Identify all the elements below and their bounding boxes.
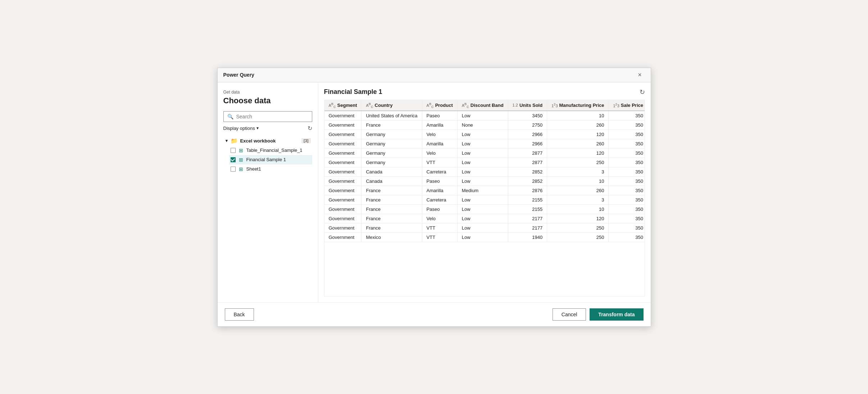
collapse-triangle-icon: ▼ — [225, 139, 229, 143]
excel-workbook-count: [3] — [301, 138, 310, 143]
table-cell: Carretera — [422, 195, 457, 205]
table-row: GovernmentFranceVeloLow21771203507619503… — [324, 214, 645, 223]
table-icon-3: ⊞ — [238, 166, 244, 172]
table-cell: 1940 — [508, 233, 547, 242]
table-cell: 350 — [609, 121, 645, 130]
table-cell: Government — [324, 158, 362, 167]
right-panel: Financial Sample 1 ↻ ABC Segment — [318, 82, 651, 302]
table-row: GovernmentUnited States of AmericaPaseoL… — [324, 111, 645, 121]
table-row: GovernmentGermanyVeloLow2966120350103810… — [324, 130, 645, 139]
table-cell: Canada — [362, 177, 422, 186]
col-header-country: ABC Country — [362, 100, 422, 111]
table-cell: United States of America — [362, 111, 422, 121]
table-row: GovernmentGermanyVeloLow2877120350100695… — [324, 149, 645, 158]
table-cell: 120 — [547, 130, 609, 139]
table-cell: Low — [457, 158, 508, 167]
table-cell: Low — [457, 214, 508, 223]
display-options-label: Display options — [223, 126, 255, 131]
table-cell: 350 — [609, 130, 645, 139]
tree-item-table-financial-sample[interactable]: ⊞ Table_Financial_Sample_1 — [229, 146, 312, 155]
table-cell: Low — [457, 167, 508, 177]
checkbox-sheet1[interactable] — [231, 167, 236, 172]
table-cell: Government — [324, 195, 362, 205]
tree-item-sheet1[interactable]: ⊞ Sheet1 — [229, 164, 312, 174]
table-cell: Velo — [422, 130, 457, 139]
tree-group-excel-workbook[interactable]: ▼ 📁 Excel workbook [3] — [223, 136, 312, 146]
table-row: GovernmentFrancePaseoLow2155103507542507… — [324, 205, 645, 214]
table-cell: France — [362, 195, 422, 205]
col-header-segment: ABC Segment — [324, 100, 362, 111]
tree-children: ⊞ Table_Financial_Sample_1 ⊞ Financial S… — [223, 146, 312, 174]
power-query-dialog: Power Query × Get data Choose data 🔍 Dis… — [217, 68, 651, 327]
display-options-row[interactable]: Display options ▾ ↻ — [223, 125, 312, 132]
table-cell: 3450 — [508, 111, 547, 121]
table-cell: Carretera — [422, 167, 457, 177]
preview-title: Financial Sample 1 — [324, 88, 382, 96]
tree-item-financial-sample-1[interactable]: ⊞ Financial Sample 1 — [229, 155, 312, 164]
refresh-icon[interactable]: ↻ — [308, 125, 312, 132]
table-cell: Low — [457, 177, 508, 186]
table-cell: Germany — [362, 149, 422, 158]
table-cell: Canada — [362, 167, 422, 177]
table-cell: VTT — [422, 158, 457, 167]
search-input[interactable] — [236, 114, 308, 119]
table-cell: 2155 — [508, 195, 547, 205]
col-header-product: ABC Product — [422, 100, 457, 111]
table-cell: 350 — [609, 167, 645, 177]
sidebar: Get data Choose data 🔍 Display options ▾… — [218, 82, 318, 302]
table-cell: Low — [457, 205, 508, 214]
cancel-button[interactable]: Cancel — [553, 308, 586, 321]
table-cell: 350 — [609, 186, 645, 195]
table-row: GovernmentFranceAmarillaNone275026035096… — [324, 121, 645, 130]
table-cell: Low — [457, 223, 508, 233]
table-row: GovernmentCanadaPaseoLow2852103509982001… — [324, 177, 645, 186]
dialog-title: Power Query — [223, 72, 254, 78]
back-button[interactable]: Back — [225, 308, 254, 321]
table-cell: Government — [324, 149, 362, 158]
table-header-row: ABC Segment ABC Country — [324, 100, 645, 111]
table-cell: 2966 — [508, 130, 547, 139]
data-table: ABC Segment ABC Country — [324, 100, 645, 243]
table-cell: Paseo — [422, 111, 457, 121]
table-cell: 250 — [547, 233, 609, 242]
table-cell: 3 — [547, 195, 609, 205]
table-cell: 350 — [609, 177, 645, 186]
table-row: GovernmentGermanyVTTLow28772503501006950… — [324, 158, 645, 167]
table-cell: Government — [324, 167, 362, 177]
table-cell: Paseo — [422, 205, 457, 214]
close-button[interactable]: × — [635, 70, 645, 80]
table-cell: 2966 — [508, 139, 547, 149]
search-box[interactable]: 🔍 — [223, 111, 312, 122]
table-cell: Low — [457, 233, 508, 242]
title-bar: Power Query × — [218, 68, 651, 82]
preview-refresh-icon[interactable]: ↻ — [640, 88, 645, 96]
table-cell: None — [457, 121, 508, 130]
table-cell: 2177 — [508, 214, 547, 223]
tree-item-label-1: Table_Financial_Sample_1 — [246, 148, 303, 153]
get-data-label: Get data — [223, 90, 312, 95]
table-cell: France — [362, 205, 422, 214]
table-cell: 350 — [609, 195, 645, 205]
table-cell: Low — [457, 111, 508, 121]
table-cell: Government — [324, 130, 362, 139]
table-cell: 260 — [547, 121, 609, 130]
preview-header: Financial Sample 1 ↻ — [324, 88, 645, 96]
col-header-sale-price: 123 Sale Price — [609, 100, 645, 111]
checkbox-financial-sample-1[interactable] — [231, 157, 236, 162]
table-cell: 350 — [609, 139, 645, 149]
footer: Back Cancel Transform data — [218, 302, 651, 326]
transform-data-button[interactable]: Transform data — [590, 308, 643, 321]
table-cell: Paseo — [422, 177, 457, 186]
data-table-wrapper[interactable]: ABC Segment ABC Country — [324, 100, 645, 296]
checkbox-table-financial[interactable] — [231, 148, 236, 153]
table-cell: 260 — [547, 139, 609, 149]
table-cell: 2177 — [508, 223, 547, 233]
table-cell: France — [362, 223, 422, 233]
table-cell: 2877 — [508, 149, 547, 158]
table-cell: Government — [324, 214, 362, 223]
table-cell: Government — [324, 205, 362, 214]
table-cell: 350 — [609, 205, 645, 214]
table-cell: Velo — [422, 149, 457, 158]
table-cell: 120 — [547, 214, 609, 223]
table-cell: Government — [324, 223, 362, 233]
